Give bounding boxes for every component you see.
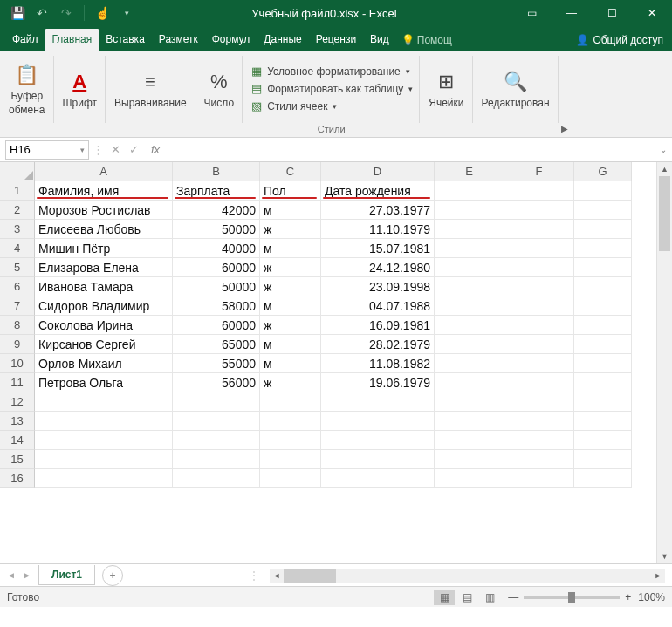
cell[interactable] xyxy=(504,277,574,296)
minimize-icon[interactable]: — xyxy=(552,0,592,26)
cell[interactable] xyxy=(504,201,574,220)
cell[interactable]: 11.10.1979 xyxy=(321,220,435,239)
cell[interactable] xyxy=(435,316,504,335)
cell[interactable]: 24.12.1980 xyxy=(321,258,435,277)
tell-me[interactable]: 💡Помощ xyxy=(396,30,457,51)
format-as-table-button[interactable]: ▤Форматировать как таблицу▾ xyxy=(248,81,415,97)
cell[interactable] xyxy=(574,181,632,201)
zoom-slider[interactable] xyxy=(524,596,620,599)
cell[interactable] xyxy=(435,469,504,488)
cell[interactable] xyxy=(574,239,632,258)
cell[interactable] xyxy=(504,450,574,469)
cell[interactable] xyxy=(504,373,574,392)
close-icon[interactable]: ✕ xyxy=(632,0,672,26)
cell[interactable]: Елизарова Елена xyxy=(35,258,173,277)
scroll-down-icon[interactable]: ▼ xyxy=(657,549,672,563)
cell[interactable]: 19.06.1979 xyxy=(321,373,435,392)
cells-button[interactable]: ⊞ Ячейки xyxy=(425,67,467,111)
cell[interactable] xyxy=(35,469,173,488)
zoom-in-icon[interactable]: + xyxy=(625,591,631,603)
cell[interactable] xyxy=(504,220,574,239)
cell[interactable]: 56000 xyxy=(173,373,260,392)
cell[interactable]: 60000 xyxy=(173,316,260,335)
cell[interactable] xyxy=(35,450,173,469)
column-header[interactable]: B xyxy=(173,162,260,181)
cell[interactable]: 58000 xyxy=(173,296,260,316)
maximize-icon[interactable]: ☐ xyxy=(592,0,632,26)
scroll-left-icon[interactable]: ◄ xyxy=(270,569,284,583)
cell[interactable] xyxy=(321,412,435,431)
cell[interactable]: Фамилия, имя xyxy=(35,181,173,201)
save-icon[interactable]: 💾 xyxy=(7,3,28,24)
view-normal-icon[interactable]: ▦ xyxy=(434,590,455,605)
cell[interactable] xyxy=(435,220,504,239)
cancel-icon[interactable]: ✕ xyxy=(111,143,120,156)
cell[interactable]: м xyxy=(260,335,321,354)
cell[interactable] xyxy=(260,392,321,412)
cell[interactable]: м xyxy=(260,239,321,258)
add-sheet-button[interactable]: + xyxy=(102,565,123,586)
zoom-out-icon[interactable]: — xyxy=(508,591,518,603)
number-button[interactable]: % Число xyxy=(201,67,238,111)
cell[interactable] xyxy=(435,201,504,220)
cell[interactable] xyxy=(321,431,435,450)
cell[interactable] xyxy=(504,412,574,431)
formula-input[interactable] xyxy=(165,140,655,160)
row-header[interactable]: 16 xyxy=(0,469,35,488)
enter-icon[interactable]: ✓ xyxy=(129,143,139,156)
cell[interactable]: Пол xyxy=(260,181,321,201)
row-header[interactable]: 1 xyxy=(0,181,35,201)
cell[interactable]: 65000 xyxy=(173,335,260,354)
cell[interactable] xyxy=(35,392,173,412)
cell[interactable] xyxy=(321,392,435,412)
cell[interactable] xyxy=(504,431,574,450)
cell[interactable] xyxy=(435,392,504,412)
cell[interactable] xyxy=(321,469,435,488)
cell[interactable] xyxy=(504,354,574,373)
cell[interactable] xyxy=(260,469,321,488)
horizontal-scrollbar[interactable]: ◄ ► xyxy=(270,569,665,583)
qat-customize-icon[interactable]: ▾ xyxy=(116,3,137,24)
cell[interactable] xyxy=(435,431,504,450)
cell[interactable]: Морозов Ростислав xyxy=(35,201,173,220)
cell[interactable] xyxy=(435,373,504,392)
row-header[interactable]: 7 xyxy=(0,296,35,316)
hscroll-thumb[interactable] xyxy=(284,569,336,583)
name-box-input[interactable] xyxy=(10,143,62,156)
cell[interactable]: Дата рождения xyxy=(321,181,435,201)
cell[interactable] xyxy=(435,450,504,469)
tab-formulas[interactable]: Формул xyxy=(205,29,257,51)
row-header[interactable]: 12 xyxy=(0,392,35,412)
cell[interactable]: ж xyxy=(260,316,321,335)
undo-icon[interactable]: ↶ xyxy=(31,3,52,24)
cell[interactable] xyxy=(504,181,574,201)
column-header[interactable]: C xyxy=(260,162,321,181)
cell[interactable] xyxy=(504,316,574,335)
cell[interactable] xyxy=(574,450,632,469)
view-page-layout-icon[interactable]: ▤ xyxy=(456,590,477,605)
cell[interactable]: м xyxy=(260,354,321,373)
select-all-corner[interactable] xyxy=(0,162,35,181)
scroll-up-icon[interactable]: ▲ xyxy=(657,162,672,176)
tab-insert[interactable]: Вставка xyxy=(99,29,152,51)
cell[interactable] xyxy=(574,316,632,335)
sheet-tab[interactable]: Лист1 xyxy=(38,565,95,585)
cell[interactable]: Соколова Ирина xyxy=(35,316,173,335)
cell[interactable] xyxy=(173,469,260,488)
cell[interactable] xyxy=(504,469,574,488)
cell[interactable] xyxy=(173,431,260,450)
cell[interactable] xyxy=(173,392,260,412)
cell[interactable]: 55000 xyxy=(173,354,260,373)
editing-button[interactable]: 🔍 Редактирован xyxy=(478,67,553,111)
share-button[interactable]: 👤Общий доступ xyxy=(567,30,672,51)
cell[interactable]: 60000 xyxy=(173,258,260,277)
cell[interactable] xyxy=(173,450,260,469)
cell[interactable] xyxy=(574,469,632,488)
row-header[interactable]: 6 xyxy=(0,277,35,296)
cell[interactable] xyxy=(504,392,574,412)
tab-view[interactable]: Вид xyxy=(363,29,396,51)
vertical-scrollbar[interactable]: ▲ ▼ xyxy=(656,162,672,563)
cell[interactable] xyxy=(574,354,632,373)
row-header[interactable]: 13 xyxy=(0,412,35,431)
row-header[interactable]: 11 xyxy=(0,373,35,392)
